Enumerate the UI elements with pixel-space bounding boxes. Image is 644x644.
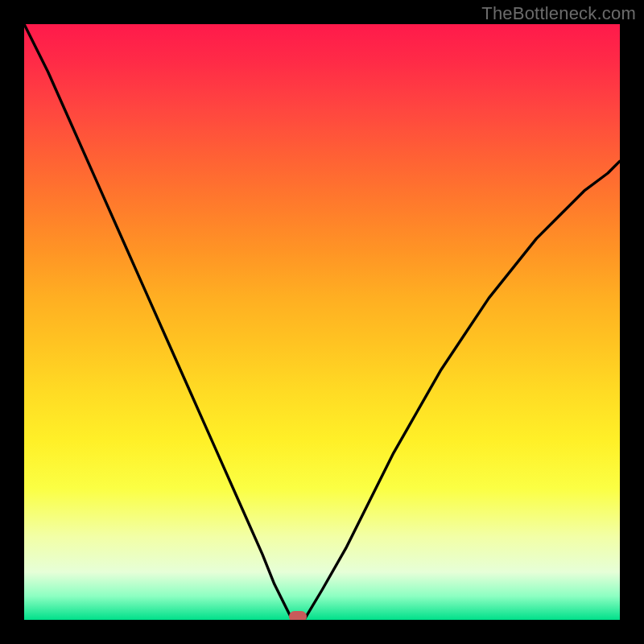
bottleneck-curve xyxy=(24,24,620,620)
optimum-marker xyxy=(289,611,307,620)
curve-path xyxy=(24,24,620,620)
watermark-text: TheBottleneck.com xyxy=(481,3,636,24)
chart-frame: TheBottleneck.com xyxy=(0,0,644,644)
plot-area xyxy=(24,24,620,620)
